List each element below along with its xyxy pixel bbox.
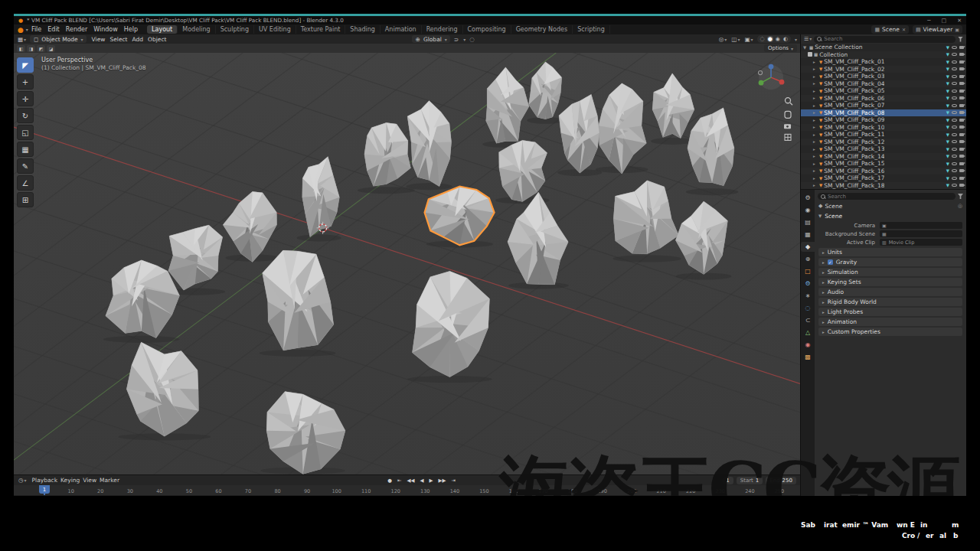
visibility-eye-icon[interactable] [952, 46, 957, 49]
properties-tab-scene[interactable]: ◆ [801, 242, 815, 252]
timeline-menu-marker[interactable]: Marker [98, 477, 121, 484]
visibility-eye-icon[interactable] [952, 126, 957, 129]
timeline-menu-view[interactable]: View [81, 477, 98, 484]
render-camera-icon[interactable] [959, 148, 964, 151]
render-camera-icon[interactable] [959, 133, 964, 136]
properties-tab-particles[interactable]: ∗ [801, 291, 815, 301]
chevron-right-icon[interactable]: ▸ [813, 168, 818, 173]
transform-tool[interactable]: ▦ [17, 142, 34, 157]
collection-checkbox[interactable] [808, 52, 812, 57]
select-mode-subtract-icon[interactable]: ◩ [37, 45, 45, 52]
chevron-right-icon[interactable]: ▸ [813, 118, 818, 122]
chevron-right-icon[interactable]: ▸ [813, 74, 818, 79]
outliner-row-mesh[interactable]: ▸▼SM_VM_Cliff_Pack_18▼ [801, 182, 966, 190]
render-camera-icon[interactable] [959, 60, 964, 64]
workspace-tab-compositing[interactable]: Compositing [463, 25, 511, 34]
shading-material-icon[interactable]: ◉ [775, 36, 781, 42]
properties-tab-data[interactable]: △ [801, 328, 815, 337]
filter-icon[interactable] [958, 37, 963, 42]
viewport-menu-object[interactable]: Object [145, 36, 168, 43]
outliner-row-mesh[interactable]: ▸▼SM_VM_Cliff_Pack_17▼ [801, 174, 966, 182]
auto-key-icon[interactable]: ● [386, 478, 394, 484]
section-keying-sets[interactable]: ▸Keying Sets [818, 278, 962, 286]
workspace-tab-rendering[interactable]: Rendering [422, 25, 463, 34]
prev-keyframe-button[interactable]: ◀◀ [405, 478, 416, 484]
properties-tab-material[interactable]: ◉ [801, 340, 815, 350]
menu-edit[interactable]: Edit [44, 26, 63, 33]
properties-tab-world[interactable]: ⊕ [801, 254, 815, 264]
visibility-eye-icon[interactable] [952, 140, 957, 143]
chevron-down-icon[interactable]: ▾ [463, 37, 466, 42]
play-button[interactable]: ▶ [427, 478, 434, 484]
show-overlays-icon[interactable]: ◫▾ [730, 36, 740, 43]
checkbox-checked[interactable]: ✓ [828, 259, 833, 265]
outliner-row-mesh[interactable]: ▸▼SM_VM_Cliff_Pack_13▼ [801, 145, 966, 153]
add-cube-tool[interactable]: ⊞ [17, 192, 34, 207]
section-animation[interactable]: ▸Animation [818, 318, 962, 326]
options-button[interactable]: Options ▾ [764, 44, 797, 52]
annotate-tool[interactable]: ✎ [17, 158, 34, 174]
next-keyframe-button[interactable]: ▶▶ [436, 478, 447, 484]
visibility-eye-icon[interactable] [952, 184, 957, 187]
editor-type-icon[interactable]: ◷▾ [18, 477, 28, 484]
rotate-tool[interactable]: ↻ [17, 108, 34, 123]
workspace-tab-sculpting[interactable]: Sculpting [216, 25, 254, 34]
render-camera-icon[interactable] [959, 177, 964, 180]
active-clip-field[interactable]: ▥Movie Clip [880, 239, 962, 246]
render-camera-icon[interactable] [959, 104, 964, 107]
chevron-right-icon[interactable]: ▸ [813, 139, 818, 144]
render-camera-icon[interactable] [959, 90, 964, 93]
outliner-row-mesh[interactable]: ▸▼SM_VM_Cliff_Pack_04▼ [801, 80, 966, 88]
select-visibility-icon[interactable]: ◎▾ [718, 36, 728, 43]
menu-file[interactable]: File [28, 26, 44, 33]
workspace-tab-shading[interactable]: Shading [345, 25, 381, 34]
play-back-button[interactable]: ◀ [418, 478, 425, 484]
render-camera-icon[interactable] [959, 111, 964, 114]
select-box-tool[interactable]: ◤ [17, 57, 34, 73]
chevron-right-icon[interactable]: ▸ [813, 89, 818, 93]
camera-view-icon[interactable] [784, 124, 791, 129]
gizmos-icon[interactable]: ▣▾ [743, 36, 753, 43]
render-camera-icon[interactable] [959, 155, 964, 158]
chevron-right-icon[interactable]: ▸ [813, 67, 818, 71]
chevron-right-icon[interactable]: ▸ [813, 161, 818, 166]
unlink-icon[interactable]: ✕ [902, 27, 906, 32]
render-camera-icon[interactable] [959, 53, 964, 56]
chevron-right-icon[interactable]: ▸ [813, 81, 818, 86]
pin-icon[interactable]: ◎ [958, 203, 962, 209]
visibility-eye-icon[interactable] [952, 96, 957, 99]
visibility-eye-icon[interactable] [952, 90, 957, 93]
viewport-canvas[interactable] [14, 53, 800, 474]
visibility-eye-icon[interactable] [952, 148, 957, 151]
outliner-row-mesh[interactable]: ▸▼SM_VM_Cliff_Pack_05▼ [801, 87, 966, 95]
timeline-menu-playback[interactable]: Playback [31, 477, 59, 484]
visibility-eye-icon[interactable] [952, 82, 957, 85]
orientation-dropdown[interactable]: ⊕ Global ▾ [412, 35, 450, 43]
visibility-eye-icon[interactable] [952, 177, 957, 180]
outliner-row-mesh[interactable]: ▸▼SM_VM_Cliff_Pack_16▼ [801, 168, 966, 175]
scene-section-header[interactable]: ▼ Scene [818, 212, 962, 220]
background-scene-field[interactable]: ▦ [880, 230, 962, 237]
properties-search-input[interactable]: Search [818, 193, 956, 200]
outliner-row-scene-collection[interactable]: ▼▦Scene Collection▼ [801, 44, 966, 51]
workspace-tab-layout[interactable]: Layout [147, 25, 178, 34]
properties-tab-view-layer[interactable]: ▦ [801, 230, 815, 240]
select-mode-extend-icon[interactable]: ◨ [27, 45, 35, 52]
visibility-eye-icon[interactable] [952, 53, 957, 56]
render-camera-icon[interactable] [959, 169, 964, 172]
minimize-icon[interactable]: ─ [927, 18, 930, 24]
filter-icon[interactable] [958, 194, 963, 199]
outliner-row-collection[interactable]: ▦Collection▼ [801, 51, 966, 59]
scene-selector[interactable]: ▦ Scene ✕ [871, 25, 909, 34]
viewlayer-selector[interactable]: ▤ ViewLayer ▣ [913, 25, 962, 34]
timeline-menu-keying[interactable]: Keying [59, 477, 81, 484]
workspace-tab-geometry-nodes[interactable]: Geometry Nodes [511, 25, 573, 34]
properties-tab-modifiers[interactable]: ⚙ [801, 279, 815, 289]
visibility-eye-icon[interactable] [952, 169, 957, 172]
section-gravity[interactable]: ▸✓Gravity [818, 258, 962, 266]
chevron-right-icon[interactable]: ▸ [813, 96, 818, 100]
viewport-menu-add[interactable]: Add [130, 36, 146, 43]
properties-tab-physics[interactable]: ◌ [801, 303, 815, 313]
properties-tab-tool[interactable]: ⚙ [801, 193, 815, 203]
mode-dropdown[interactable]: ◻ Object Mode ▾ [30, 35, 87, 43]
